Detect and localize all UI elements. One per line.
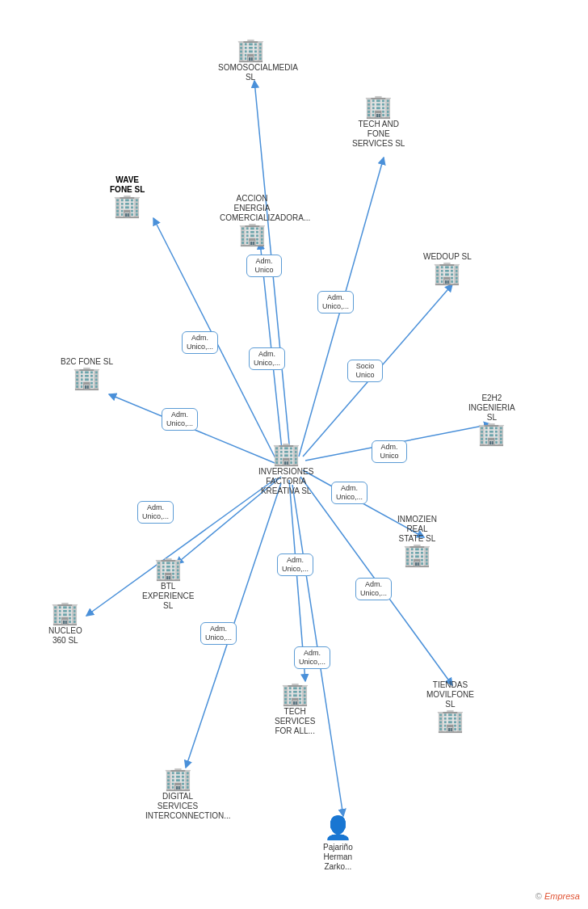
node-inversiones[interactable]: 🏢 INVERSIONESFACTORIAKREATIVA SL [258,443,313,496]
node-tech-services[interactable]: 🏢 TECHSERVICESFOR ALL... [275,683,315,736]
node-tech-and-fone[interactable]: 🏢 TECH ANDFONESERVICES SL [352,95,405,149]
badge-adm-unico-5[interactable]: Adm.Unico,... [162,408,198,431]
building-icon-inmozien: 🏢 [403,544,431,566]
node-accion-energia[interactable]: ACCIONENERGIACOMERCIALIZADORA... 🏢 [220,192,284,246]
building-icon-e2h2: 🏢 [477,423,506,445]
building-icon-nucleo360: 🏢 [51,602,79,625]
badge-adm-unico-2[interactable]: Adm.Unico,... [317,291,354,314]
label-inmozien: INMOZIENREALSTATE SL [397,515,437,544]
person-icon-pajarino: 👤 [324,814,352,841]
building-icon-b2c-fone: 🏢 [73,367,101,389]
badge-adm-unico-7[interactable]: Adm.Unico,... [331,482,368,504]
building-icon-somosocialmedia: 🏢 [237,39,265,61]
building-icon-tiendas-movilfone: 🏢 [436,709,464,732]
label-nucleo360: NUCLEO360 SL [48,626,82,646]
badge-adm-unico-4[interactable]: Adm.Unico,... [249,347,285,370]
label-btl-experience: BTLEXPERIENCESL [142,582,194,611]
diagram-container: 🏢 SOMOSOCIALMEDIA SL 🏢 TECH ANDFONESERVI… [0,0,588,909]
building-icon-wave-fone: 🏢 [113,195,141,217]
node-e2h2[interactable]: E2H2INGENIERIASL 🏢 [468,392,515,445]
label-somosocialmedia: SOMOSOCIALMEDIA SL [218,63,283,82]
label-digital-services: DIGITALSERVICESINTERCONNECTION... [145,792,210,821]
badge-adm-unico-6[interactable]: Adm.Unico [372,440,407,463]
brand-name: Empresa [544,891,580,901]
label-e2h2: E2H2INGENIERIASL [468,393,515,423]
badge-adm-unico-3[interactable]: Adm.Unico,... [182,331,218,354]
building-icon-wedoup: 🏢 [433,262,461,284]
badge-adm-unico-8[interactable]: Adm.Unico,... [137,501,174,524]
node-inmozien[interactable]: INMOZIENREALSTATE SL 🏢 [397,513,437,566]
copyright: © Empresa [536,891,580,901]
building-icon-tech-and-fone: 🏢 [364,95,393,118]
node-pajarino[interactable]: 👤 PajariñoHermanZarko... [323,814,353,872]
node-tiendas-movilfone[interactable]: TIENDASMOVILFONESL 🏢 [426,679,474,732]
node-somosocialmedia[interactable]: 🏢 SOMOSOCIALMEDIA SL [218,39,283,82]
building-icon-digital-services: 🏢 [164,768,192,790]
badge-adm-unico-10[interactable]: Adm.Unico,... [277,553,313,576]
label-pajarino: PajariñoHermanZarko... [323,843,353,872]
building-icon-tech-services: 🏢 [281,683,309,705]
label-tech-services: TECHSERVICESFOR ALL... [275,707,315,736]
label-inversiones: INVERSIONESFACTORIAKREATIVA SL [258,467,313,496]
label-accion-energia: ACCIONENERGIACOMERCIALIZADORA... [220,194,284,223]
badge-adm-unico-11[interactable]: Adm.Unico,... [200,622,237,645]
badge-adm-unico-12[interactable]: Adm.Unico,... [294,646,330,669]
label-tech-and-fone: TECH ANDFONESERVICES SL [352,120,405,149]
building-icon-btl-experience: 🏢 [154,558,183,580]
node-b2c-fone[interactable]: B2C FONE SL 🏢 [61,356,113,389]
node-nucleo360[interactable]: 🏢 NUCLEO360 SL [48,602,82,646]
label-wave-fone: WAVEFONE SL [110,175,145,195]
node-btl-experience[interactable]: 🏢 BTLEXPERIENCESL [142,558,194,611]
badge-adm-unico-1[interactable]: Adm.Unico [246,255,282,277]
node-digital-services[interactable]: 🏢 DIGITALSERVICESINTERCONNECTION... [145,768,210,821]
building-icon-accion-energia: 🏢 [238,223,267,246]
node-wedoup[interactable]: WEDOUP SL 🏢 [423,250,472,284]
node-wave-fone[interactable]: WAVEFONE SL 🏢 [110,174,145,217]
building-icon-inversiones: 🏢 [272,443,300,465]
label-tiendas-movilfone: TIENDASMOVILFONESL [426,680,474,709]
badge-adm-unico-9[interactable]: Adm.Unico,... [355,578,392,600]
badge-socio-unico[interactable]: SocioUnico [347,360,383,382]
